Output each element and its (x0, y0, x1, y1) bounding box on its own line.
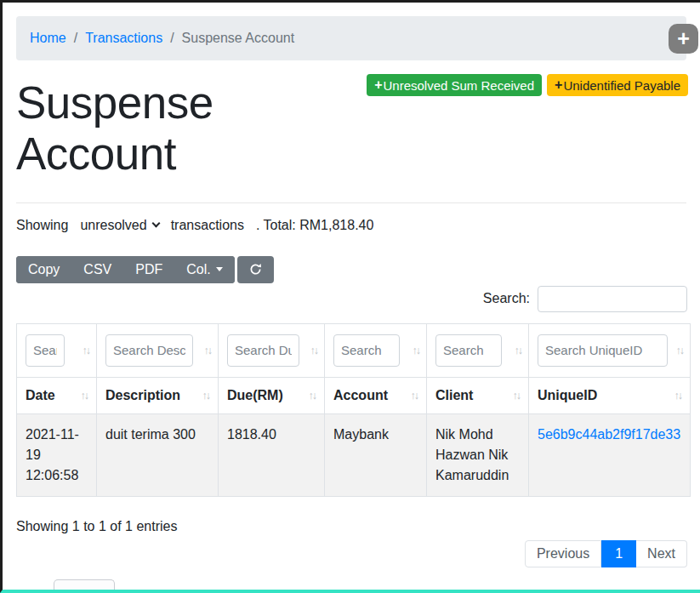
column-header-client[interactable]: Client ↑↓ (427, 377, 529, 413)
divider (16, 202, 686, 203)
caret-down-icon (216, 267, 223, 271)
summary-transactions-label: transactions (171, 218, 244, 233)
filter-selected-value: unresolved (80, 218, 146, 233)
transactions-filter-select[interactable]: unresolved (80, 218, 158, 233)
search-label: Search: (483, 291, 530, 306)
page-title: Suspense Account (16, 77, 297, 180)
column-header-description[interactable]: Description ↑↓ (97, 377, 219, 413)
cell-uniqueid: 5e6b9c44ab2f9f17de33 (529, 413, 691, 496)
summary-showing-label: Showing (16, 218, 68, 233)
pagination-page-1-button[interactable]: 1 (601, 540, 636, 567)
columns-dropdown-label: Col. (186, 262, 210, 277)
client-filter-input[interactable] (435, 334, 502, 367)
sort-icon[interactable]: ↑↓ (199, 345, 212, 356)
sort-icon[interactable]: ↑↓ (197, 390, 210, 402)
refresh-icon (249, 263, 262, 276)
sort-icon[interactable]: ↑↓ (669, 390, 682, 402)
sort-icon[interactable]: ↑↓ (671, 345, 684, 356)
column-header-account[interactable]: Account ↑↓ (325, 377, 427, 413)
columns-dropdown-button[interactable]: Col. (174, 256, 234, 283)
unresolved-sum-received-button[interactable]: + Unresolved Sum Received (367, 74, 542, 96)
date-filter-input[interactable] (26, 334, 65, 367)
column-header-date[interactable]: Date ↑↓ (17, 377, 97, 413)
sort-icon[interactable]: ↑↓ (76, 390, 88, 402)
unidentified-payable-button[interactable]: + Unidentified Payable (547, 74, 688, 96)
cell-date: 2021-11-19 12:06:58 (17, 413, 97, 496)
pagination-next-button[interactable]: Next (636, 540, 687, 567)
plus-icon: + (555, 77, 562, 93)
transactions-table: ↑↓ ↑↓ ↑↓ ↑↓ ↑↓ ↑↓ (16, 323, 691, 497)
uniqueid-filter-input[interactable] (538, 334, 668, 367)
unresolved-sum-received-label: Unresolved Sum Received (383, 78, 534, 93)
pagination-previous-button[interactable]: Previous (525, 540, 601, 567)
plus-icon: + (677, 28, 690, 49)
due-filter-input[interactable] (227, 334, 299, 367)
entries-info: Showing 1 to 1 of 1 entries (16, 519, 686, 534)
unidentified-payable-label: Unidentified Payable (563, 78, 680, 93)
breadcrumb-separator: / (74, 31, 77, 46)
refresh-button-group (237, 256, 274, 283)
column-header-uniqueid[interactable]: UniqueID ↑↓ (529, 377, 691, 413)
cell-account: Maybank (325, 413, 427, 496)
action-buttons: + Unresolved Sum Received + Unidentified… (367, 74, 688, 96)
sort-icon[interactable]: ↑↓ (508, 390, 521, 402)
chevron-down-icon (151, 220, 160, 228)
plus-icon: + (374, 77, 382, 93)
sort-icon[interactable]: ↑↓ (304, 390, 316, 402)
suspense-account-page: { "breadcrumb": { "separator": "/", "ite… (0, 0, 700, 593)
column-header-due[interactable]: Due(RM) ↑↓ (219, 377, 325, 413)
sort-icon[interactable]: ↑↓ (406, 390, 418, 402)
cell-client: Nik Mohd Hazwan Nik Kamaruddin (427, 413, 529, 496)
column-filter-row: ↑↓ ↑↓ ↑↓ ↑↓ ↑↓ ↑↓ (17, 323, 691, 377)
export-button-group: Copy CSV PDF Col. (16, 256, 235, 283)
search-row: Search: (16, 286, 687, 312)
sort-icon[interactable]: ↑↓ (407, 345, 420, 356)
summary-total: . Total: RM1,818.40 (256, 218, 373, 233)
cell-due: 1818.40 (219, 413, 325, 496)
pagination: Previous 1 Next (3, 540, 687, 567)
uniqueid-link[interactable]: 5e6b9c44ab2f9f17de33 (538, 427, 680, 442)
breadcrumb-separator: / (170, 31, 174, 46)
description-filter-input[interactable] (105, 334, 193, 367)
breadcrumb-transactions-link[interactable]: Transactions (85, 31, 162, 46)
account-filter-input[interactable] (333, 334, 400, 367)
copy-button[interactable]: Copy (16, 256, 71, 283)
breadcrumb-current: Suspense Account (182, 31, 295, 46)
table-row: 2021-11-19 12:06:58 duit terima 300 1818… (17, 413, 691, 496)
cell-description: duit terima 300 (97, 413, 219, 496)
csv-button[interactable]: CSV (71, 256, 123, 283)
pdf-button[interactable]: PDF (123, 256, 174, 283)
sort-icon[interactable]: ↑↓ (509, 345, 522, 356)
sort-icon[interactable]: ↑↓ (305, 345, 318, 356)
column-header-row: Date ↑↓ Description ↑↓ Due(RM) ↑↓ Accoun… (17, 377, 691, 413)
search-input[interactable] (538, 286, 687, 312)
page-header: Suspense Account + Unresolved Sum Receiv… (16, 74, 688, 180)
breadcrumb-home-link[interactable]: Home (30, 31, 66, 46)
sort-icon[interactable]: ↑↓ (77, 345, 90, 356)
summary-line: Showing unresolved transactions . Total:… (16, 218, 686, 233)
breadcrumb: Home / Transactions / Suspense Account (16, 16, 686, 60)
add-button[interactable]: + (669, 24, 698, 54)
partially-visible-button[interactable] (54, 579, 115, 590)
refresh-button[interactable] (237, 256, 274, 283)
export-toolbar: Copy CSV PDF Col. (16, 256, 686, 283)
